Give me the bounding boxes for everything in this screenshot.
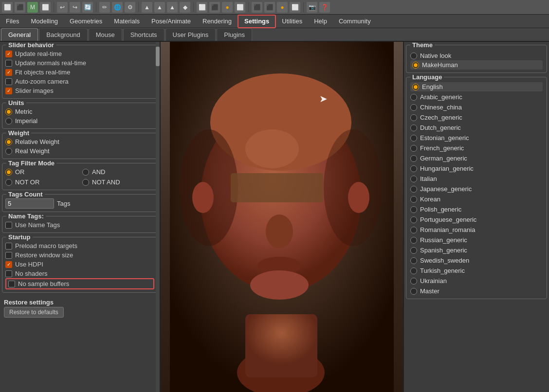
restore-window-check	[5, 252, 12, 259]
toolbar-separator5	[248, 2, 249, 12]
mesh2-icon[interactable]: ▲	[154, 2, 165, 13]
menu-community[interactable]: Community	[333, 15, 377, 28]
draw-icon[interactable]: ✏	[99, 2, 110, 13]
menu-files[interactable]: Files	[0, 15, 25, 28]
lang-english-row[interactable]: English	[410, 82, 543, 91]
camera-icon[interactable]: 📷	[307, 2, 317, 13]
lang-russian-row[interactable]: Russian_generic	[410, 235, 543, 245]
lang-japanese-row[interactable]: Japanese_generic	[410, 184, 543, 194]
view2-icon[interactable]: ⬛	[209, 2, 220, 13]
menu-settings[interactable]: Settings	[238, 15, 276, 28]
tab-general[interactable]: General	[1, 28, 38, 41]
not-and-row[interactable]: NOT AND	[82, 178, 154, 187]
menu-rendering[interactable]: Rendering	[197, 15, 238, 28]
restore-window-row[interactable]: Restore window size	[5, 250, 154, 260]
lang-romanian-row[interactable]: Romanian_romania	[410, 225, 543, 234]
tab-plugins[interactable]: Plugins	[217, 28, 252, 41]
startup-label: Startup	[6, 233, 33, 241]
menu-poseanimate[interactable]: Pose/Animate	[146, 15, 197, 28]
lang-dutch-row[interactable]: Dutch_generic	[410, 123, 543, 132]
update-realtime-check	[5, 51, 12, 57]
or-row[interactable]: OR	[5, 167, 77, 177]
tab-userplugins[interactable]: User Plugins	[165, 28, 216, 41]
left-panel-scrollbar[interactable]	[156, 42, 160, 392]
tab-shortcuts[interactable]: Shortcuts	[123, 28, 165, 41]
mesh1-icon[interactable]: ▲	[142, 2, 152, 13]
viewport[interactable]: ➤	[161, 42, 403, 392]
undo-icon[interactable]: ↩	[57, 2, 68, 13]
lang-spanish-row[interactable]: Spanish_generic	[410, 246, 543, 255]
lang-portuguese-row[interactable]: Portuguese_generic	[410, 215, 543, 224]
menu-help[interactable]: Help	[308, 15, 333, 28]
update-normals-row[interactable]: Update normals real-time	[5, 58, 154, 68]
and-row[interactable]: AND	[82, 167, 154, 177]
lang-portuguese-label: Portuguese_generic	[420, 216, 476, 223]
lang-hungarian-row[interactable]: Hungarian_generic	[410, 164, 543, 173]
lang-master-row[interactable]: Master	[410, 286, 543, 296]
imperial-row[interactable]: Imperial	[5, 116, 154, 125]
lang-master-label: Master	[420, 287, 439, 295]
refresh-icon[interactable]: 🔄	[82, 2, 93, 13]
tags-count-row: Tags	[5, 198, 154, 209]
render3-icon[interactable]: ●	[277, 2, 288, 13]
relative-weight-label: Relative Weight	[15, 138, 59, 145]
restore-defaults-button[interactable]: Restore to defaults	[4, 307, 64, 318]
lang-german-row[interactable]: German_generic	[410, 154, 543, 163]
no-sample-buffers-label: No sample buffers	[18, 280, 69, 287]
menu-utilities[interactable]: Utilities	[276, 15, 308, 28]
not-or-row[interactable]: NOT OR	[5, 178, 77, 187]
help-icon[interactable]: ❓	[319, 2, 330, 13]
fit-objects-row[interactable]: Fit objects real-time	[5, 68, 154, 77]
lang-korean-row[interactable]: Korean	[410, 195, 543, 204]
minimize-icon[interactable]: ⬜	[2, 2, 13, 13]
menu-geometries[interactable]: Geometries	[64, 15, 108, 28]
use-hdpi-row[interactable]: Use HDPI	[5, 260, 154, 269]
lang-swedish-row[interactable]: Swedish_sweden	[410, 256, 543, 265]
update-normals-label: Update normals real-time	[15, 59, 86, 67]
no-shaders-row[interactable]: No shaders	[5, 269, 154, 278]
view1-icon[interactable]: ⬜	[197, 2, 207, 13]
slider-images-label: Slider images	[15, 87, 54, 94]
lang-estonian-row[interactable]: Estonian_generic	[410, 133, 543, 143]
render4-icon[interactable]: ⬜	[290, 2, 300, 13]
preload-macros-row[interactable]: Preload macro targets	[5, 241, 154, 250]
view4-icon[interactable]: ⬜	[235, 2, 245, 13]
lang-turkish-row[interactable]: Turkish_generic	[410, 266, 543, 275]
tab-mouse[interactable]: Mouse	[89, 28, 122, 41]
lang-polish-row[interactable]: Polish_generic	[410, 205, 543, 214]
use-name-tags-row[interactable]: Use Name Tags	[5, 220, 154, 230]
lang-italian-row[interactable]: Italian	[410, 174, 543, 183]
tags-count-input[interactable]	[5, 198, 54, 209]
real-weight-row[interactable]: Real Weight	[5, 146, 154, 156]
restore-settings-label: Restore settings	[2, 297, 158, 307]
lang-arabic-row[interactable]: Arabic_generic	[410, 92, 543, 102]
redo-icon[interactable]: ↪	[70, 2, 80, 13]
menu-materials[interactable]: Materials	[108, 15, 146, 28]
app-icon[interactable]: M	[27, 2, 38, 13]
slider-images-row[interactable]: Slider images	[5, 86, 154, 95]
maximize-icon[interactable]: ⬛	[15, 2, 25, 13]
render2-icon[interactable]: ⬛	[264, 2, 275, 13]
lang-french-row[interactable]: French_generic	[410, 143, 543, 153]
lang-czech-row[interactable]: Czech_generic	[410, 113, 543, 122]
lang-ukrainian-row[interactable]: Ukrainian	[410, 276, 543, 285]
menu-modelling[interactable]: Modelling	[25, 15, 64, 28]
update-realtime-row[interactable]: Update real-time	[5, 49, 154, 58]
metric-row[interactable]: Metric	[5, 107, 154, 116]
close-icon[interactable]: ⬜	[40, 2, 51, 13]
relative-weight-row[interactable]: Relative Weight	[5, 137, 154, 146]
native-look-row[interactable]: Native look	[410, 51, 543, 60]
mesh3-icon[interactable]: ▲	[167, 2, 178, 13]
view3-icon[interactable]: ●	[222, 2, 233, 13]
tab-background[interactable]: Background	[39, 28, 87, 41]
lang-hungarian-radio	[410, 165, 417, 172]
globe-icon[interactable]: 🌐	[112, 2, 123, 13]
settings-icon[interactable]: ⚙	[125, 2, 135, 13]
shape-icon[interactable]: ◆	[180, 2, 190, 13]
autozoom-row[interactable]: Auto-zoom camera	[5, 77, 154, 86]
render1-icon[interactable]: ⬛	[252, 2, 262, 13]
lang-chinese-row[interactable]: Chinese_china	[410, 103, 543, 112]
no-sample-buffers-row[interactable]: No sample buffers	[5, 278, 154, 289]
preload-macros-label: Preload macro targets	[15, 242, 77, 249]
makehuman-theme-row[interactable]: MakeHuman	[410, 60, 543, 70]
